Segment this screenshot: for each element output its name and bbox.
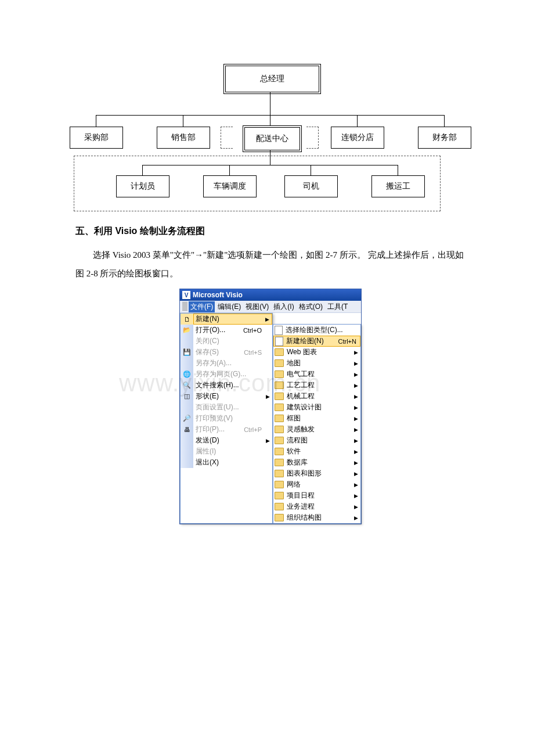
org-connector	[270, 92, 270, 115]
menu-view[interactable]: 视图(V)	[244, 301, 270, 312]
shortcut-text: Ctrl+S	[244, 349, 262, 356]
new-icon: 🗋	[181, 314, 193, 325]
submenu-item-label: 地图	[287, 358, 301, 368]
submenu-arrow-icon: ▶	[266, 394, 270, 399]
submenu-item-label: 机械工程	[287, 391, 315, 401]
org-dash-dec	[221, 127, 233, 149]
org-connector	[96, 115, 96, 127]
submenu-item-label: 软件	[287, 447, 301, 456]
submenu-item[interactable]: 机械工程▶	[273, 391, 360, 402]
submenu-item[interactable]: 新建绘图(N)Ctrl+N	[273, 336, 360, 347]
submenu-arrow-icon: ▶	[354, 504, 358, 510]
submenu-item-label: 框图	[287, 413, 301, 423]
submenu-item[interactable]: 灵感触发▶	[273, 424, 360, 435]
folder-icon	[275, 503, 284, 510]
submenu-arrow-icon: ▶	[354, 438, 358, 444]
submenu-item[interactable]: 软件▶	[273, 446, 360, 457]
org-chart: 总经理 采购部 销售部 配送中心 连锁分店 财务部 计划员 车辆调度 司机 搬运…	[78, 64, 461, 215]
file-menu-item[interactable]: 关闭(C)	[193, 336, 272, 347]
submenu-item[interactable]: 工艺工程▶	[273, 380, 360, 391]
shortcut-text: Ctrl+P	[244, 426, 262, 433]
submenu-item[interactable]: 选择绘图类型(C)...	[273, 325, 360, 336]
menu-edit[interactable]: 编辑(E)	[216, 301, 243, 312]
submenu-arrow-icon: ▶	[354, 482, 358, 488]
shapes-icon: ◫	[181, 391, 193, 402]
org-connector	[398, 165, 398, 175]
submenu-item[interactable]: 流程图▶	[273, 435, 360, 446]
submenu-item-label: 灵感触发	[287, 424, 315, 434]
blank-icon	[181, 358, 193, 369]
menu-file[interactable]: 文件(F)	[189, 301, 215, 312]
submenu-item[interactable]: Web 图表▶	[273, 347, 360, 358]
org-node-label: 配送中心	[256, 134, 288, 144]
submenu-item-label: 组织结构图	[287, 513, 322, 523]
org-node: 销售部	[157, 127, 210, 149]
submenu-item[interactable]: 地图▶	[273, 358, 360, 369]
org-node: 计划员	[116, 175, 169, 197]
submenu-item[interactable]: 项目日程▶	[273, 490, 360, 501]
file-menu-item[interactable]: 打印(P)...Ctrl+P	[193, 424, 272, 435]
file-menu-item[interactable]: 属性(I)	[193, 446, 272, 457]
org-node-label: 采购部	[84, 132, 109, 143]
file-menu-item[interactable]: 另存为(A)...	[193, 358, 272, 369]
submenu-arrow-icon: ▶	[354, 416, 358, 422]
submenu-item[interactable]: 图表和图形▶	[273, 468, 360, 479]
folder-icon	[275, 481, 284, 488]
submenu-item-label: 建筑设计图	[287, 402, 322, 412]
submenu-item[interactable]: 网络▶	[273, 479, 360, 490]
org-node-label: 司机	[303, 181, 319, 192]
save-icon: 💾	[181, 347, 193, 358]
file-menu-item[interactable]: 打印预览(V)	[193, 413, 272, 424]
blank-icon	[181, 457, 193, 468]
file-menu-item[interactable]: 新建(N)▶	[193, 314, 272, 325]
submenu-item-label: 工艺工程	[287, 380, 315, 390]
visio-icon: V	[182, 291, 190, 299]
menu-insert[interactable]: 插入(I)	[272, 301, 295, 312]
menu-format[interactable]: 格式(O)	[297, 301, 324, 312]
org-dash-dec	[306, 127, 319, 149]
submenu-arrow-icon: ▶	[354, 460, 358, 466]
folder-icon	[275, 404, 284, 411]
org-node: 搬运工	[371, 175, 425, 197]
org-node-label: 连锁分店	[341, 132, 374, 143]
submenu-item[interactable]: 电气工程▶	[273, 369, 360, 380]
org-node: 采购部	[70, 127, 123, 149]
submenu-item-label: 项目日程	[287, 491, 315, 501]
submenu-arrow-icon: ▶	[266, 438, 270, 444]
shortcut-text: Ctrl+O	[243, 327, 262, 334]
file-menu-item[interactable]: 形状(E)▶	[193, 391, 272, 402]
print-icon: 🖶	[181, 424, 193, 435]
new-doc-icon	[275, 337, 283, 346]
visio-screenshot: V Microsoft Visio 文件(F) 编辑(E) 视图(V) 插入(I…	[179, 289, 360, 524]
folder-icon	[275, 370, 284, 378]
submenu-item[interactable]: 组织结构图▶	[273, 512, 360, 523]
submenu-item[interactable]: 框图▶	[273, 413, 360, 424]
submenu-item-label: 图表和图形	[287, 469, 322, 478]
file-menu-item[interactable]: 退出(X)	[193, 457, 272, 468]
submenu-arrow-icon: ▶	[354, 383, 358, 388]
submenu-item[interactable]: 建筑设计图▶	[273, 402, 360, 413]
org-connector	[444, 115, 445, 127]
folder-icon	[275, 448, 284, 455]
folder-icon	[275, 415, 284, 422]
org-node: 连锁分店	[331, 127, 384, 149]
org-node-label: 总经理	[260, 74, 284, 84]
submenu-item-label: 业务进程	[287, 502, 315, 512]
preview-icon: 🔎	[181, 413, 193, 424]
file-menu-item[interactable]: 保存(S)Ctrl+S	[193, 347, 272, 358]
new-doc-icon	[275, 326, 283, 335]
submenu-arrow-icon: ▶	[354, 427, 358, 433]
file-menu-item[interactable]: 页面设置(U)...	[193, 402, 272, 413]
submenu-item[interactable]: 数据库▶	[273, 457, 360, 468]
org-node-label: 计划员	[131, 181, 155, 192]
blank-icon	[181, 446, 193, 457]
menu-tools[interactable]: 工具(T	[326, 301, 349, 312]
file-menu-item[interactable]: 文件搜索(H)...	[193, 380, 272, 391]
org-node-label: 车辆调度	[214, 181, 246, 192]
file-menu-item[interactable]: 打开(O)...Ctrl+O	[193, 325, 272, 336]
org-connector	[183, 115, 183, 127]
submenu-item[interactable]: 业务进程▶	[273, 501, 360, 512]
file-menu-item[interactable]: 另存为网页(G)...	[193, 369, 272, 380]
file-menu-item[interactable]: 发送(D)▶	[193, 435, 272, 446]
org-connector	[229, 165, 230, 175]
